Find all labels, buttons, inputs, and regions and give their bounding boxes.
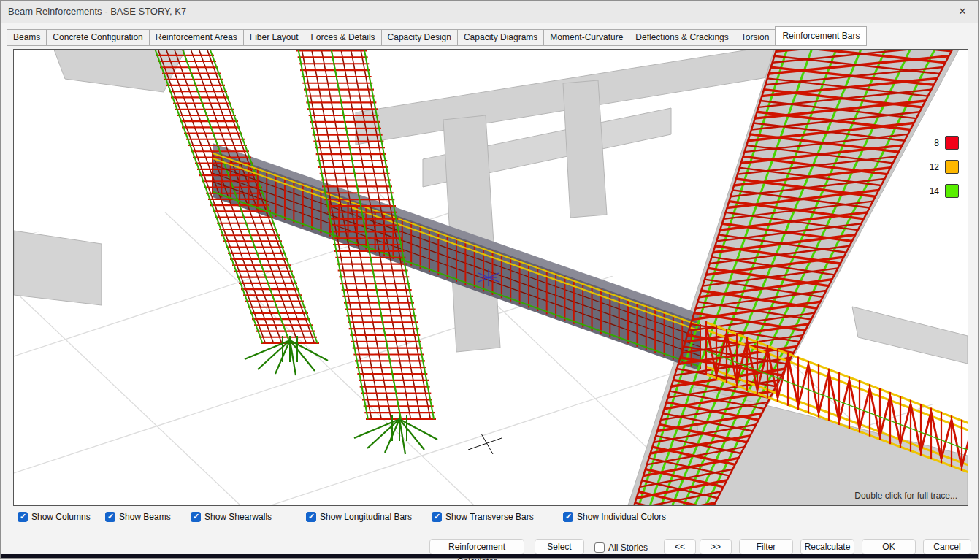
filter-button[interactable]: Filter [739,539,793,555]
viewport-hint-text: Double click for full trace... [854,491,957,501]
legend-label: 12 [930,162,939,172]
viewport-3d[interactable]: 8 12 14 Double click for full trace... [13,49,968,506]
checkbox-icon[interactable] [594,542,605,553]
checkbox-show-individual-colors[interactable]: Show Individual Colors [563,510,666,523]
checkbox-icon[interactable] [306,512,316,522]
tab-capacity-diagrams[interactable]: Capacity Diagrams [457,29,543,46]
tab-strip: Beams Concrete Configuration Reinforceme… [7,27,972,46]
checkbox-show-beams[interactable]: Show Beams [105,510,171,523]
tab-beams[interactable]: Beams [7,29,46,46]
legend-swatch-green [945,184,959,198]
checkbox-show-shearwalls[interactable]: Show Shearwalls [191,510,272,523]
tab-torsion[interactable]: Torsion [735,29,776,46]
recalculate-button[interactable]: Recalculate [800,539,854,555]
dialog-window: Beam Reinforcements - BASE STORY, K7 ✕ B… [0,0,979,559]
legend-swatch-red [945,136,959,150]
previous-button[interactable]: << [664,539,696,555]
bar-size-legend: 8 12 14 [930,136,959,208]
checkbox-icon[interactable] [18,512,28,522]
all-stories-checkbox[interactable]: All Stories [594,541,648,554]
close-icon[interactable]: ✕ [947,1,978,23]
title-bar[interactable]: Beam Reinforcements - BASE STORY, K7 ✕ [1,1,978,23]
checkbox-icon[interactable] [191,512,201,522]
ok-button[interactable]: OK [862,539,916,555]
screen-edge-strip [1,554,978,558]
window-title: Beam Reinforcements - BASE STORY, K7 [8,1,186,23]
tab-capacity-design[interactable]: Capacity Design [381,29,457,46]
checkbox-icon[interactable] [105,512,115,522]
checkbox-label: Show Transverse Bars [445,512,534,522]
checkbox-label: Show Longitudinal Bars [320,512,412,522]
cancel-button[interactable]: Cancel [923,539,971,555]
checkbox-label: All Stories [608,542,648,553]
viewport-3d-scene[interactable] [14,50,968,505]
wall-left [14,231,102,305]
checkbox-icon[interactable] [563,512,573,522]
checkbox-label: Show Columns [31,512,91,522]
display-options-bar: Show Columns Show Beams Show Shearwalls … [1,510,978,525]
legend-label: 8 [934,138,939,148]
legend-row: 8 [930,136,959,150]
tab-concrete-configuration[interactable]: Concrete Configuration [46,29,148,46]
legend-row: 14 [930,184,959,198]
checkbox-label: Show Shearwalls [204,512,272,522]
checkbox-show-transverse-bars[interactable]: Show Transverse Bars [432,510,534,523]
legend-row: 12 [930,160,959,174]
checkbox-label: Show Individual Colors [577,512,666,522]
tab-fiber-layout[interactable]: Fiber Layout [243,29,305,46]
legend-label: 14 [930,186,939,196]
tab-forces-details[interactable]: Forces & Details [305,29,381,46]
checkbox-show-columns[interactable]: Show Columns [18,510,91,523]
checkbox-show-longitudinal-bars[interactable]: Show Longitudinal Bars [306,510,412,523]
reinforcement-calculator-button[interactable]: Reinforcement Calculator [429,539,524,555]
checkbox-icon[interactable] [432,512,442,522]
tab-deflections-crackings[interactable]: Deflections & Crackings [629,29,734,46]
checkbox-label: Show Beams [119,512,171,522]
tab-reinforcement-areas[interactable]: Reinforcement Areas [149,29,243,46]
tab-reinforcement-bars[interactable]: Reinforcement Bars [775,26,867,46]
next-button[interactable]: >> [700,539,732,555]
select-button[interactable]: Select [535,539,584,555]
legend-swatch-yellow [945,160,959,174]
tab-moment-curvature[interactable]: Moment-Curvature [543,29,629,46]
